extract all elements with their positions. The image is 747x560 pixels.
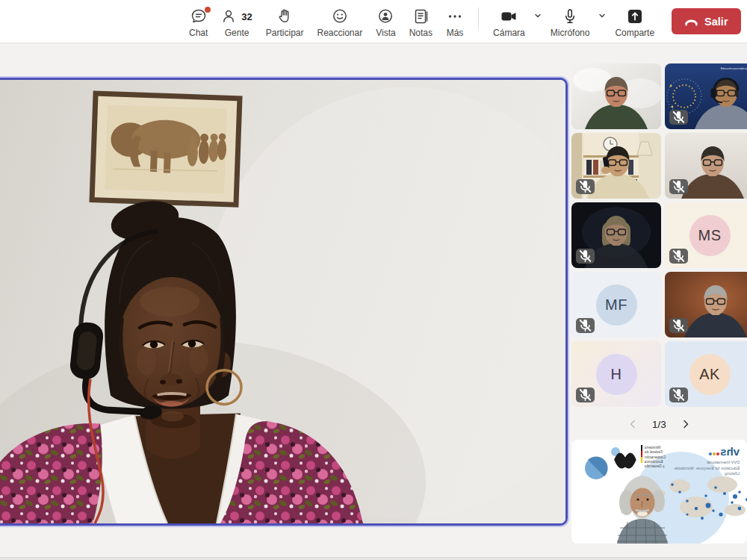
notes-label: Notas xyxy=(409,28,433,38)
presenter-video-tile[interactable]: vhs DVV International Education for Ever… xyxy=(571,440,747,544)
muted-mic-badge xyxy=(669,318,688,333)
toolbar-divider xyxy=(478,7,479,30)
people-button[interactable]: 32 Gente xyxy=(214,1,258,43)
more-button[interactable]: Más xyxy=(439,1,471,43)
notes-button[interactable]: Notas xyxy=(403,1,439,43)
leave-button[interactable]: Salir xyxy=(672,8,740,34)
participant-tile-man-brown-shirt[interactable] xyxy=(665,133,747,199)
chevron-left-icon xyxy=(627,419,638,429)
chat-bubble-icon xyxy=(190,7,208,27)
participant-tile-AK[interactable]: AK xyxy=(665,341,747,407)
mic-muted-icon xyxy=(576,179,595,194)
view-person-icon xyxy=(376,7,394,27)
participant-tile-man-headset-presentation[interactable]: Educación para todos y ... xyxy=(665,63,747,129)
leave-label: Salir xyxy=(704,16,728,28)
participant-tile-man-gray-hair-warm[interactable] xyxy=(665,272,747,337)
camera-label: Cámara xyxy=(493,28,525,38)
participant-grid: Educación para todos y ...MSMFHAK xyxy=(571,63,747,408)
raise-hand-icon xyxy=(276,7,294,27)
camera-dropdown-chevron[interactable] xyxy=(532,10,544,24)
microphone-label: Micrófono xyxy=(551,28,590,38)
camera-button[interactable]: Cámara xyxy=(486,1,532,43)
mic-muted-icon xyxy=(576,318,595,333)
participant-tile-MF[interactable]: MF xyxy=(571,272,661,337)
mic-muted-icon xyxy=(669,249,688,264)
people-label: Gente xyxy=(225,28,249,38)
muted-mic-badge xyxy=(669,388,688,402)
muted-mic-badge xyxy=(576,249,595,264)
pager-next-button[interactable] xyxy=(679,417,692,431)
mic-muted-icon xyxy=(669,179,688,194)
share-label: Comparte xyxy=(615,28,654,38)
muted-mic-badge xyxy=(669,249,688,264)
muted-mic-badge xyxy=(576,179,595,194)
muted-mic-badge xyxy=(669,110,688,125)
notes-icon xyxy=(412,7,430,27)
avatar-initials: AK xyxy=(689,354,731,395)
active-speaker-video[interactable] xyxy=(0,78,568,526)
gallery-pagination: 1/3 xyxy=(571,411,747,437)
muted-mic-badge xyxy=(576,318,595,333)
participant-tile-woman-dark-room[interactable] xyxy=(571,202,661,268)
mic-muted-icon xyxy=(669,318,688,333)
ellipsis-icon xyxy=(446,7,464,27)
participant-tile-man-on-phone[interactable] xyxy=(571,133,661,199)
avatar-initials: MS xyxy=(689,215,731,256)
react-button[interactable]: Reaccionar xyxy=(311,1,370,43)
raise-hand-button[interactable]: Participar xyxy=(259,1,311,43)
view-label: Vista xyxy=(376,28,395,38)
mic-muted-icon xyxy=(576,249,595,264)
microphone-dropdown-chevron[interactable] xyxy=(596,10,608,24)
page-indicator: 1/3 xyxy=(652,419,666,430)
people-icon: 32 xyxy=(221,7,252,27)
avatar-initials: MF xyxy=(596,284,637,326)
participant-tile-MS[interactable]: MS xyxy=(665,202,747,268)
pager-prev-button[interactable] xyxy=(626,417,639,431)
participant-tile-woman-green-shirt[interactable] xyxy=(571,63,661,129)
phone-hangup-icon xyxy=(684,16,698,26)
svg-text:Educación para todos y ...: Educación para todos y ... xyxy=(721,67,747,70)
participant-tile-H[interactable]: H xyxy=(571,341,661,407)
more-label: Más xyxy=(447,28,464,38)
chat-label: Chat xyxy=(189,28,208,38)
microphone-icon xyxy=(561,7,579,27)
share-icon xyxy=(626,7,644,27)
muted-mic-badge xyxy=(576,388,595,402)
chat-button[interactable]: Chat xyxy=(182,1,214,43)
microphone-button[interactable]: Micrófono xyxy=(544,1,597,43)
chevron-right-icon xyxy=(681,419,691,429)
view-button[interactable]: Vista xyxy=(369,1,402,43)
presenter-scene xyxy=(571,440,747,544)
muted-mic-badge xyxy=(669,179,688,194)
react-label: Reaccionar xyxy=(317,28,363,38)
mic-muted-icon xyxy=(669,388,688,402)
share-button[interactable]: Comparte xyxy=(608,1,661,43)
framed-picture xyxy=(89,91,242,208)
active-speaker-scene xyxy=(0,80,565,523)
notification-dot xyxy=(205,7,211,13)
avatar-initials: H xyxy=(596,354,637,395)
meeting-toolbar: Chat 32 Gente Participar R xyxy=(0,0,747,43)
smiley-icon xyxy=(331,7,349,27)
raise-hand-label: Participar xyxy=(266,28,304,38)
camera-icon xyxy=(500,7,518,27)
participant-count: 32 xyxy=(241,11,252,22)
window-bottom-edge xyxy=(0,557,747,560)
mic-muted-icon xyxy=(669,110,688,125)
mic-muted-icon xyxy=(576,388,595,402)
